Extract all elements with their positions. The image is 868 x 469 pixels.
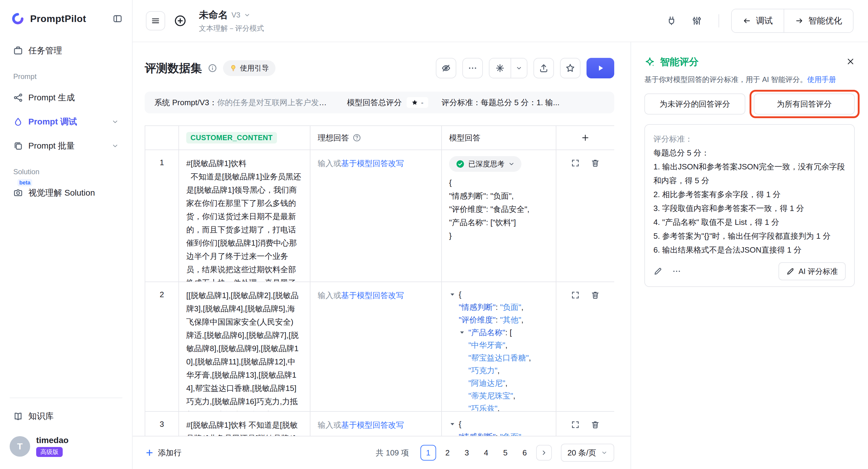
run-all-button[interactable] [587,58,614,79]
json-line: "情感判断": "负面", [449,301,549,313]
delete-row-button[interactable] [591,159,600,167]
deep-think-badge[interactable]: 已深度思考 [449,156,521,172]
dataset-table: CUSTOMER_CONTENT 理想回答 模型回答 [145,125,614,436]
sidebar-item-label: 任务管理 [28,45,62,56]
rewrite-from-model-link[interactable]: 基于模型回答改写 [341,420,404,430]
rewrite-from-model-link[interactable]: 基于模型回答改写 [341,159,404,168]
add-row-button[interactable]: 添加行 [145,447,181,458]
sidebar-item-vision-solution[interactable]: beta 视觉理解 Solution [7,181,125,205]
ideal-answer-cell[interactable]: 输入或基于模型回答改写 [310,150,442,282]
avatar[interactable]: T [10,436,30,457]
next-page-button[interactable] [536,445,552,461]
model-answer-cell[interactable]: { "情感判断": "负面", [442,412,556,436]
score-all-button[interactable]: 为所有回答评分 [754,93,855,115]
customer-content-cell[interactable]: [[脱敏品牌1],[脱敏品牌2],[脱敏品牌3],[脱敏品牌4],[脱敏品牌5]… [179,282,310,412]
customer-content-cell[interactable]: #[脱敏品牌1]饮料 不知道是[脱敏品牌1]业务员黑还是[脱敏品牌1]领导黑心，… [179,150,310,282]
ideal-answer-cell[interactable]: 输入或基于模型回答改写 [310,412,442,436]
plus-icon [145,448,154,457]
plug-icon [666,16,677,26]
new-session-button[interactable] [171,12,189,30]
caret-down-icon[interactable] [450,421,455,427]
sidebar-nav: 任务管理 Prompt Prompt 生成 Prompt 调试 [0,37,132,205]
page-button-3[interactable]: 3 [459,445,475,461]
json-line: "情感判断": "负面", [449,430,549,436]
usage-guide-pill[interactable]: 使用引导 [223,60,276,76]
system-prompt-bar[interactable]: 系统 Prompt/V3：你的任务是对互联网上客户发布的关于“... 模型回答总… [145,92,614,113]
table-row: 2 [[脱敏品牌1],[脱敏品牌2],[脱敏品牌3],[脱敏品牌4],[脱敏品牌… [145,282,614,412]
criteria-label: 评分标准： [653,132,846,146]
json-line: "评价维度": "其他", [449,313,549,326]
ideal-answer-cell[interactable]: 输入或基于模型回答改写 [310,282,442,412]
run-options-button[interactable] [511,59,527,78]
favorite-button[interactable] [560,58,581,79]
sidebar-item-prompt-generate[interactable]: Prompt 生成 [7,86,125,110]
plugin-button[interactable] [662,11,681,30]
model-answer-cell[interactable]: { "情感判断": "负面", "评价维度": "其他", "产品名称": [ … [442,282,556,412]
expand-icon [571,420,580,429]
session-title-block[interactable]: 未命名 V3 文本理解－评分模式 [199,8,264,33]
edit-criteria-button[interactable] [653,267,662,276]
sidebar-item-label: 视觉理解 Solution [28,187,95,199]
caret-down-icon[interactable] [450,292,455,297]
expand-icon [571,290,580,300]
add-column-button[interactable] [556,126,614,150]
mode-switch: 调试 智能优化 [731,9,854,33]
user-info: timedao 高级版 [36,436,68,457]
page-button-5[interactable]: 5 [498,445,513,461]
user-profile[interactable]: T timedao 高级版 [0,428,132,469]
trash-icon [591,420,600,429]
page-button-6[interactable]: 6 [517,445,532,461]
debug-mode-button[interactable]: 调试 [732,9,784,32]
criteria-more-button[interactable] [672,267,681,276]
upload-button[interactable] [533,58,554,79]
sidebar-item-prompt-debug[interactable]: Prompt 调试 [7,110,125,134]
more-actions-button[interactable] [462,58,483,79]
question-circle-icon[interactable] [352,133,361,142]
batch-run-split-button [489,58,527,79]
logo-icon [10,11,25,26]
json-line: "巧乐兹", [449,402,549,412]
sidebar-item-knowledge-base[interactable]: 知识库 [7,404,125,428]
page-button-4[interactable]: 4 [478,445,494,461]
sparkle-star-icon [644,57,655,67]
hide-columns-button[interactable] [436,58,456,79]
column-header-model-answer: 模型回答 [442,126,556,150]
plus-circle-icon [174,15,186,27]
expand-row-button[interactable] [571,290,580,300]
check-circle-icon [456,159,465,168]
settings-sliders-button[interactable] [687,11,707,30]
smart-optimize-button[interactable]: 智能优化 [784,9,853,32]
manual-link[interactable]: 使用手册 [807,75,836,84]
customer-content-cell[interactable]: #[脱敏品牌1]饮料 不知道是[脱敏品牌1]业务员黑还是[脱敏品牌1]领导黑心，… [179,412,310,436]
collapse-sidebar-button[interactable] [113,14,122,24]
score-all-button-wrap: 为所有回答评分 [754,93,855,115]
ideal-answer-label: 理想回答 [318,133,349,143]
debug-mode-label: 调试 [756,15,773,27]
ai-pen-icon [786,267,795,276]
chevron-down-icon[interactable] [244,12,250,19]
info-circle-icon[interactable] [208,64,217,73]
usage-guide-label: 使用引导 [240,63,269,73]
score-unscored-button[interactable]: 为未评分的回答评分 [644,93,745,115]
page-button-2[interactable]: 2 [440,445,456,461]
page-button-1[interactable]: 1 [421,445,436,461]
layers-icon [13,141,23,151]
sidebar-item-task-management[interactable]: 任务管理 [7,39,125,63]
model-answer-cell[interactable]: 已深度思考 { "情感判断": "负面", "评价维度": "食品安全", "产… [442,150,556,282]
expand-row-button[interactable] [571,420,580,429]
expand-row-button[interactable] [571,159,580,167]
chevron-right-icon [540,449,548,456]
ai-criteria-button[interactable]: AI 评分标准 [778,262,846,280]
sidebar-item-label: Prompt 生成 [28,92,75,103]
close-panel-button[interactable] [846,57,855,66]
rewrite-from-model-link[interactable]: 基于模型回答改写 [341,291,404,300]
caret-down-icon[interactable] [459,330,465,335]
magic-run-button[interactable] [490,59,511,78]
menu-button[interactable] [146,11,165,30]
sidebar-item-prompt-batch[interactable]: Prompt 批量 [7,134,125,158]
page-size-select[interactable]: 20 条/页 [561,444,614,462]
smart-optimize-label: 智能优化 [808,15,842,27]
page-title: 评测数据集 [145,61,202,76]
delete-row-button[interactable] [591,420,600,429]
delete-row-button[interactable] [591,290,600,300]
